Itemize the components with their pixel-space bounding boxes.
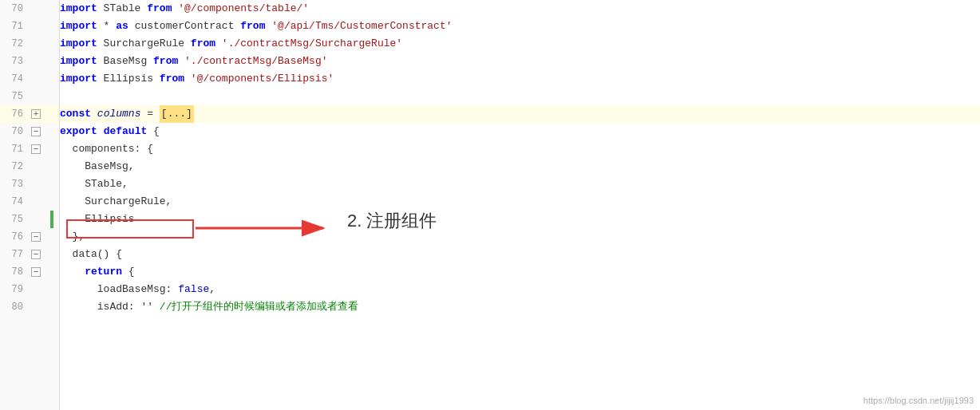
comment-isadd: //打开子组件的时候编辑或者添加或者查看 xyxy=(160,298,359,316)
code-line-stable: STable, xyxy=(60,175,980,193)
gutter-row-75: 75 xyxy=(0,88,59,105)
gutter-row-s76: 76 − xyxy=(0,228,59,246)
gutter-row-s79: 79 xyxy=(0,281,59,298)
collapsed-array: [...] xyxy=(160,105,194,123)
keyword-from-74: from xyxy=(160,70,184,88)
code-line-close-components: }, xyxy=(60,228,980,246)
fold-collapse-icon2[interactable]: − xyxy=(31,144,41,154)
gutter-row-s77: 77 − xyxy=(0,246,59,263)
code-line-75-empty xyxy=(60,88,980,105)
code-line-73: import BaseMsg from './contractMsg/BaseM… xyxy=(60,53,980,70)
gutter-row-s74: 74 xyxy=(0,193,59,211)
code-line-76-columns: const columns = [...] xyxy=(60,105,980,123)
code-line-data: data() { xyxy=(60,246,980,263)
code-line-loadbasemsg: loadBaseMsg: false , xyxy=(60,281,980,298)
editor-container: 70 71 72 73 xyxy=(0,0,980,410)
code-line-components: components: { xyxy=(60,140,980,158)
gutter-row-71: 71 xyxy=(0,18,59,35)
fold-collapse-icon[interactable]: − xyxy=(31,127,41,136)
code-line-basemsg: BaseMsg, xyxy=(60,158,980,175)
gutter-row-s78: 78 − xyxy=(0,263,59,281)
gutter-row-s75: 75 xyxy=(0,211,59,228)
gutter-row-74: 74 xyxy=(0,70,59,88)
fold-minus-icon3[interactable]: − xyxy=(31,267,41,277)
gutter-row-s72: 72 xyxy=(0,158,59,175)
fold-minus-icon[interactable]: − xyxy=(31,232,41,242)
keyword-from-71: from xyxy=(240,18,265,35)
gutter-row-s71: 71 − xyxy=(0,140,59,158)
var-columns: columns xyxy=(97,105,141,123)
code-line-surchargerule: SurchargeRule, xyxy=(60,193,980,211)
fold-minus-icon2[interactable]: − xyxy=(31,250,41,259)
code-line-isadd: isAdd: '' //打开子组件的时候编辑或者添加或者查看 xyxy=(60,298,980,316)
code-line-71: import * as customerContract from '@/api… xyxy=(60,18,980,35)
gutter-row-s70: 70 − xyxy=(0,123,59,140)
gutter-row-70: 70 xyxy=(0,0,59,18)
keyword-from-72: from xyxy=(191,35,215,53)
fold-expand-icon[interactable]: + xyxy=(31,109,41,119)
change-indicator xyxy=(50,211,53,228)
gutter-row-73: 73 xyxy=(0,53,59,70)
gutter-row-76-collapsed: 76 + xyxy=(0,105,59,123)
code-line-70: import STable from '@/components/table/' xyxy=(60,0,980,18)
gutter-row-s73: 73 xyxy=(0,175,59,193)
keyword-import: import xyxy=(60,0,97,18)
gutter-row-72: 72 xyxy=(0,35,59,53)
keyword-from-73: from xyxy=(153,53,178,70)
code-line-74: import Ellipsis from '@/components/Ellip… xyxy=(60,70,980,88)
gutter-row-s80: 80 xyxy=(0,298,59,316)
code-area: 70 71 72 73 xyxy=(0,0,980,410)
code-line-export-default: export default { xyxy=(60,123,980,140)
code-line-return: return { xyxy=(60,263,980,281)
code-line-ellipsis: Ellipsis xyxy=(60,211,980,228)
watermark: https://blog.csdn.net/jijij1993 xyxy=(863,396,974,405)
code-line-72: import SurchargeRule from './contractMsg… xyxy=(60,35,980,53)
keyword-from-70: from xyxy=(147,0,172,18)
